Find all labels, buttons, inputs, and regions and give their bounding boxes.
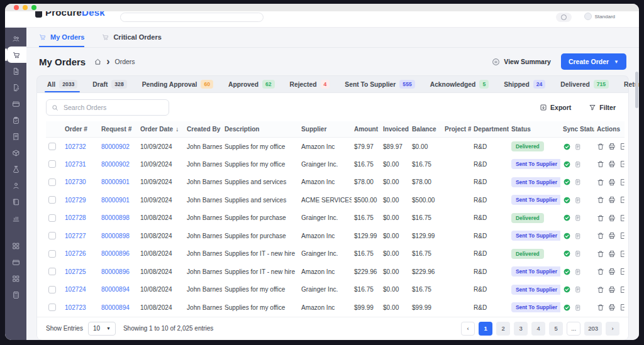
- column-header-invoiced[interactable]: Invoiced: [380, 121, 409, 138]
- delete-icon[interactable]: [597, 143, 604, 150]
- request-number-link[interactable]: 80000894: [101, 304, 130, 311]
- sidebar-item-budgets[interactable]: [5, 194, 26, 210]
- column-header-sync-status[interactable]: Sync Status: [560, 121, 594, 138]
- maximize-window-button[interactable]: [31, 5, 36, 10]
- row-checkbox[interactable]: [48, 232, 56, 239]
- request-number-link[interactable]: 80000896: [101, 250, 130, 257]
- export-row-icon[interactable]: [619, 304, 625, 311]
- status-tab-draft[interactable]: Draft328: [85, 76, 134, 92]
- status-tab-acknowledged[interactable]: Acknowledged5: [423, 76, 496, 92]
- sync-document-icon[interactable]: [574, 249, 582, 258]
- delete-icon[interactable]: [597, 160, 604, 168]
- sidebar-item-inventory[interactable]: [5, 145, 26, 161]
- request-number-link[interactable]: 80000901: [101, 178, 130, 185]
- print-icon[interactable]: [608, 232, 616, 239]
- delete-icon[interactable]: [597, 268, 604, 275]
- order-number-link[interactable]: 102730: [65, 178, 86, 185]
- order-number-link[interactable]: 102732: [65, 143, 86, 150]
- sync-document-icon[interactable]: [574, 232, 582, 240]
- order-number-link[interactable]: 102723: [65, 304, 86, 311]
- create-order-button[interactable]: Create Order ▼: [561, 53, 626, 70]
- delete-icon[interactable]: [597, 214, 604, 222]
- sidebar-item-approvals[interactable]: [5, 112, 26, 128]
- export-row-icon[interactable]: [619, 250, 625, 258]
- view-summary-button[interactable]: View Summary: [492, 58, 551, 66]
- page-button-3[interactable]: 3: [514, 322, 528, 336]
- column-header-supplier[interactable]: Supplier: [299, 121, 352, 138]
- page-button-2[interactable]: 2: [496, 322, 510, 336]
- sidebar-item-orders[interactable]: [7, 47, 26, 63]
- print-icon[interactable]: [608, 214, 616, 222]
- export-row-icon[interactable]: [619, 286, 625, 293]
- order-number-link[interactable]: 102728: [65, 214, 86, 221]
- column-header-request[interactable]: Request #: [99, 121, 138, 138]
- row-checkbox[interactable]: [48, 286, 56, 293]
- prev-page-button[interactable]: ‹: [461, 322, 475, 336]
- request-number-link[interactable]: 80000894: [101, 286, 130, 293]
- sync-document-icon[interactable]: [574, 285, 582, 293]
- print-icon[interactable]: [608, 196, 616, 204]
- print-icon[interactable]: [608, 250, 616, 258]
- sync-document-icon[interactable]: [574, 178, 582, 186]
- export-row-icon[interactable]: [619, 268, 625, 275]
- row-checkbox[interactable]: [48, 250, 56, 258]
- row-checkbox[interactable]: [48, 268, 56, 275]
- filter-button[interactable]: Filter: [585, 103, 619, 112]
- column-header-balance[interactable]: Balance: [409, 121, 442, 138]
- column-header-created-by[interactable]: Created By: [184, 121, 222, 138]
- row-checkbox[interactable]: [48, 143, 56, 150]
- sidebar-item-integrations[interactable]: [5, 238, 26, 254]
- status-tab-all[interactable]: All2033: [40, 76, 85, 92]
- row-checkbox[interactable]: [48, 304, 56, 311]
- export-button[interactable]: Export: [536, 103, 575, 112]
- order-number-link[interactable]: 102724: [65, 286, 86, 293]
- export-row-icon[interactable]: [619, 178, 625, 186]
- status-tab-sent-to-supplier[interactable]: Sent To Supplier555: [337, 76, 422, 92]
- row-checkbox[interactable]: [48, 178, 56, 186]
- page-size-select[interactable]: 10 ▼: [88, 322, 116, 336]
- print-icon[interactable]: [608, 286, 616, 293]
- print-icon[interactable]: [608, 143, 616, 150]
- print-icon[interactable]: [608, 268, 616, 275]
- sidebar-item-reports[interactable]: [5, 210, 26, 226]
- delete-icon[interactable]: [597, 286, 604, 293]
- order-number-link[interactable]: 102725: [65, 268, 86, 275]
- column-header-description[interactable]: Description: [222, 121, 299, 138]
- column-header-order-date[interactable]: Order Date↓: [138, 121, 184, 138]
- sidebar-item-settings[interactable]: [5, 254, 26, 270]
- delete-icon[interactable]: [597, 232, 604, 239]
- status-tab-pending-approval[interactable]: Pending Approval60: [135, 76, 221, 92]
- column-header-project[interactable]: Project #: [442, 121, 471, 138]
- sidebar-item-users[interactable]: [5, 30, 26, 47]
- row-checkbox[interactable]: [48, 160, 56, 168]
- order-number-link[interactable]: 102729: [65, 197, 86, 204]
- close-window-button[interactable]: [14, 5, 19, 10]
- order-number-link[interactable]: 102727: [65, 233, 86, 239]
- request-number-link[interactable]: 80000902: [101, 161, 130, 168]
- request-number-link[interactable]: 80000898: [101, 233, 130, 239]
- sync-document-icon[interactable]: [574, 160, 582, 168]
- help-pill[interactable]: [556, 13, 572, 22]
- page-button-1[interactable]: 1: [479, 322, 492, 336]
- sidebar-item-receipts[interactable]: [5, 128, 26, 145]
- sync-document-icon[interactable]: [574, 268, 582, 276]
- account-plan[interactable]: Standard: [584, 13, 615, 20]
- sync-document-icon[interactable]: [574, 196, 582, 204]
- status-tab-rejected[interactable]: Rejected4: [282, 76, 338, 92]
- sidebar-item-payments[interactable]: [5, 96, 26, 112]
- tab-critical-orders[interactable]: Critical Orders: [102, 33, 161, 47]
- sync-document-icon[interactable]: [574, 143, 582, 151]
- sidebar-item-billing[interactable]: [5, 287, 26, 303]
- request-number-link[interactable]: 80000901: [101, 197, 130, 204]
- row-checkbox[interactable]: [48, 196, 56, 204]
- page-button-4[interactable]: 4: [531, 322, 545, 336]
- delete-icon[interactable]: [597, 250, 604, 258]
- print-icon[interactable]: [608, 160, 616, 168]
- column-header-status[interactable]: Status: [509, 121, 560, 138]
- sidebar-item-contracts[interactable]: [5, 79, 26, 96]
- sidebar-item-apps[interactable]: [5, 270, 26, 287]
- global-search-input[interactable]: [120, 13, 264, 22]
- print-icon[interactable]: [608, 178, 616, 186]
- page-button-5[interactable]: 5: [549, 322, 563, 336]
- export-row-icon[interactable]: [619, 160, 625, 168]
